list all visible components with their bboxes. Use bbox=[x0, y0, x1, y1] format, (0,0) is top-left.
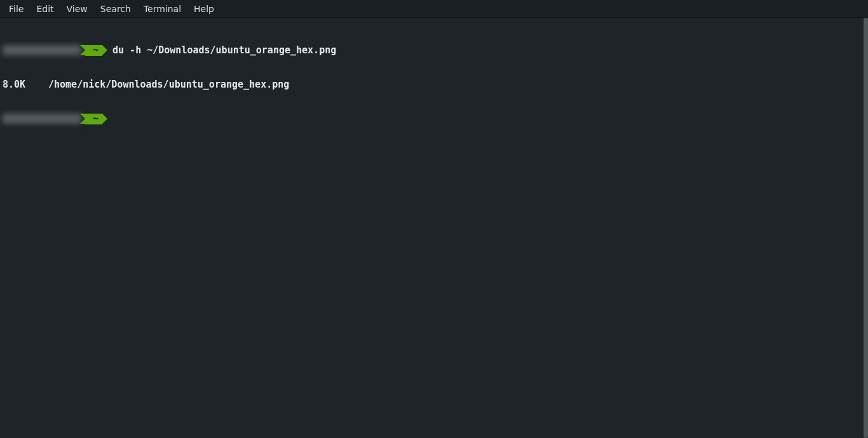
terminal-area[interactable]: ~ du -h ~/Downloads/ubuntu_orange_hex.pn… bbox=[0, 18, 868, 438]
menu-view[interactable]: View bbox=[60, 2, 94, 16]
command-text: du -h ~/Downloads/ubuntu_orange_hex.png bbox=[112, 44, 336, 56]
menu-help[interactable]: Help bbox=[187, 2, 220, 16]
menu-search[interactable]: Search bbox=[94, 2, 137, 16]
menu-edit[interactable]: Edit bbox=[30, 2, 60, 16]
cwd-tag: ~ bbox=[85, 114, 102, 124]
output-size: 8.0K bbox=[3, 79, 48, 90]
host-segment-blurred bbox=[3, 45, 81, 55]
menu-terminal[interactable]: Terminal bbox=[137, 2, 187, 16]
scrollbar-thumb[interactable] bbox=[864, 18, 868, 438]
output-path: /home/nick/Downloads/ubuntu_orange_hex.p… bbox=[48, 79, 289, 90]
output-line: 8.0K /home/nick/Downloads/ubuntu_orange_… bbox=[3, 79, 868, 90]
menubar: File Edit View Search Terminal Help bbox=[0, 0, 868, 18]
menu-file[interactable]: File bbox=[3, 2, 30, 16]
scrollbar-track[interactable] bbox=[863, 18, 868, 438]
host-segment-blurred bbox=[3, 114, 81, 124]
cwd-tag: ~ bbox=[85, 45, 102, 56]
terminal-text[interactable]: ~ du -h ~/Downloads/ubuntu_orange_hex.pn… bbox=[0, 18, 868, 147]
command-line: ~ du -h ~/Downloads/ubuntu_orange_hex.pn… bbox=[3, 44, 868, 56]
prompt-line: ~ bbox=[3, 113, 868, 124]
